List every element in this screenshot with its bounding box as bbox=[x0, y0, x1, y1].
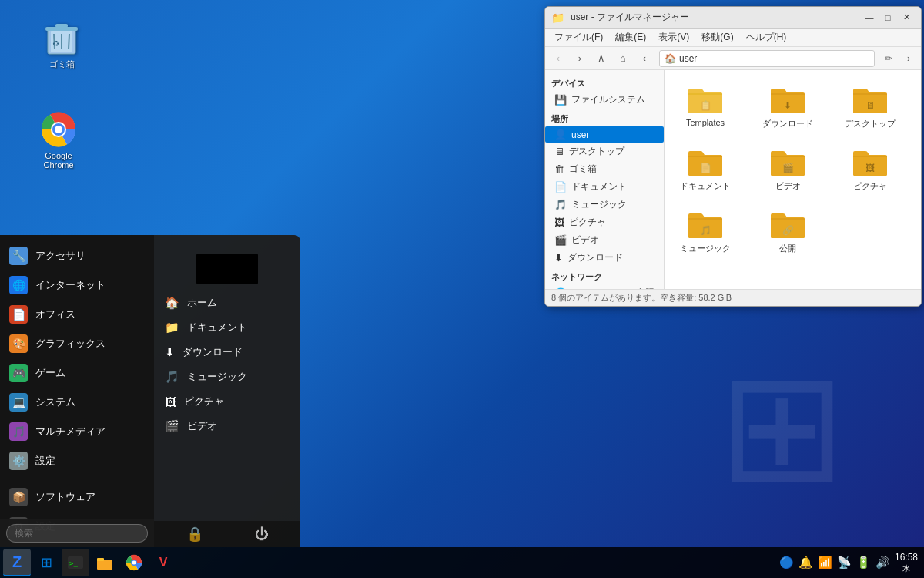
taskbar-volume-icon[interactable]: 🔊 bbox=[875, 556, 890, 570]
fm-item-documents[interactable]: 📄 ドキュメント bbox=[671, 139, 740, 198]
fm-titlebar[interactable]: 📁 user - ファイルマネージャー — □ ✕ bbox=[545, 7, 921, 29]
taskbar-network-icon[interactable]: 📡 bbox=[837, 556, 852, 570]
menu-view[interactable]: 表示(V) bbox=[652, 29, 695, 45]
taskbar-notification-icon[interactable]: 🔔 bbox=[798, 556, 813, 570]
user-avatar bbox=[196, 254, 258, 284]
start-right-videos[interactable]: 🎬ビデオ bbox=[154, 414, 300, 439]
menu-go[interactable]: 移動(G) bbox=[695, 29, 739, 45]
up-button[interactable]: ∧ bbox=[591, 49, 611, 68]
start-right-documents[interactable]: 📁ドキュメント bbox=[154, 315, 300, 340]
sidebar-downloads[interactable]: ⬇ダウンロード bbox=[545, 249, 664, 267]
start-app-graphics[interactable]: 🎨グラフィックス bbox=[0, 329, 154, 358]
chrome-taskbar-icon bbox=[126, 554, 142, 571]
close-button[interactable]: ✕ bbox=[898, 10, 915, 25]
taskbar-bluetooth-icon[interactable]: 📶 bbox=[818, 556, 832, 570]
svg-text:🖼: 🖼 bbox=[865, 163, 875, 173]
recycle-bin-icon[interactable]: ♻ ゴミ箱 bbox=[31, 15, 92, 73]
accessories-label: アクセサリ bbox=[35, 249, 85, 263]
chrome-desktop-icon[interactable]: Google Chrome bbox=[28, 108, 89, 173]
fm-item-downloads[interactable]: ⬇ ダウンロード bbox=[753, 76, 822, 136]
sidebar-user[interactable]: 👤user bbox=[545, 126, 664, 143]
taskbar-clock[interactable]: 16:58 水 bbox=[895, 551, 918, 575]
public-label: 公開 bbox=[779, 243, 796, 254]
sidebar-pictures[interactable]: 🖼ピクチャ bbox=[545, 213, 664, 231]
fm-item-music[interactable]: 🎵 ミュージック bbox=[671, 201, 740, 260]
address-edit-button[interactable]: ✏ bbox=[879, 49, 898, 68]
address-bar[interactable]: 🏠 user bbox=[659, 50, 875, 67]
minimize-button[interactable]: — bbox=[861, 10, 878, 25]
start-right-home[interactable]: 🏠ホーム bbox=[154, 291, 300, 315]
sidebar-videos[interactable]: 🎬ビデオ bbox=[545, 231, 664, 249]
chrome-taskbar-button[interactable] bbox=[120, 549, 148, 576]
software-icon: 📦 bbox=[9, 488, 28, 506]
start-bottom-software[interactable]: 📦ソフトウェア bbox=[0, 482, 154, 512]
start-apps-list: 🔧アクセサリ🌐インターネット📄オフィス🎨グラフィックス🎮ゲーム💻システム🎵マルチ… bbox=[0, 241, 154, 476]
zorin-menu-button[interactable]: Z bbox=[3, 549, 31, 576]
home-icon: 🏠 bbox=[165, 296, 179, 310]
taskbar-bittorrent-icon[interactable]: 🔵 bbox=[779, 556, 794, 570]
start-app-settings[interactable]: ⚙️設定 bbox=[0, 446, 154, 476]
file-manager-window: 📁 user - ファイルマネージャー — □ ✕ ファイル(F) 編集(E) … bbox=[544, 6, 922, 307]
sidebar-desktop[interactable]: 🖥デスクトップ bbox=[545, 143, 664, 160]
fm-statusbar: 8 個のアイテムがあります。空き容量: 58.2 GiB bbox=[545, 289, 921, 306]
start-divider bbox=[0, 479, 154, 479]
templates-folder-svg: 📋 bbox=[687, 82, 724, 115]
terminal-button[interactable]: >_ bbox=[62, 549, 89, 576]
lock-icon[interactable]: 🔒 bbox=[186, 526, 203, 543]
settings-label: 設定 bbox=[35, 454, 55, 468]
sidebar-filesystem[interactable]: 💾 ファイルシステム bbox=[545, 91, 664, 109]
start-right-downloads[interactable]: ⬇ダウンロード bbox=[154, 340, 300, 365]
start-app-internet[interactable]: 🌐インターネット bbox=[0, 271, 154, 300]
downloads-folder-icon: ⬇ bbox=[769, 82, 806, 115]
fm-item-pictures[interactable]: 🖼 ピクチャ bbox=[835, 139, 905, 198]
start-app-accessories[interactable]: 🔧アクセサリ bbox=[0, 241, 154, 271]
documents-folder-icon: 📄 bbox=[687, 145, 724, 177]
fm-body: デバイス 💾 ファイルシステム 場所 👤user🖥デスクトップ🗑ゴミ箱📄ドキュメ… bbox=[545, 70, 921, 289]
fm-window-buttons: — □ ✕ bbox=[861, 10, 915, 25]
power-icon[interactable]: ⏻ bbox=[255, 526, 269, 543]
sidebar-music[interactable]: 🎵ミュージック bbox=[545, 196, 664, 213]
start-app-system[interactable]: 💻システム bbox=[0, 388, 154, 417]
sidebar-trash[interactable]: 🗑ゴミ箱 bbox=[545, 160, 664, 178]
prev-button[interactable]: ‹ bbox=[634, 49, 654, 68]
fm-item-templates[interactable]: 📋 Templates bbox=[671, 76, 740, 136]
search-input[interactable] bbox=[6, 524, 148, 543]
videos-icon: 🎬 bbox=[165, 419, 179, 433]
public-folder-svg: 🔗 bbox=[769, 207, 806, 240]
places-section-label: 場所 bbox=[545, 109, 664, 126]
sidebar-documents[interactable]: 📄ドキュメント bbox=[545, 178, 664, 196]
start-app-multimedia[interactable]: 🎵マルチメディア bbox=[0, 417, 154, 446]
fm-item-public[interactable]: 🔗 公開 bbox=[753, 201, 822, 260]
menu-file[interactable]: ファイル(F) bbox=[548, 29, 609, 45]
start-app-office[interactable]: 📄オフィス bbox=[0, 300, 154, 329]
fm-item-desktop[interactable]: 🖥 デスクトップ bbox=[835, 76, 905, 136]
documents-label: ドキュメント bbox=[680, 180, 731, 192]
svg-text:🖥: 🖥 bbox=[865, 100, 875, 111]
files-button[interactable] bbox=[91, 549, 119, 576]
home-button[interactable]: ⌂ bbox=[613, 49, 633, 68]
address-go-button[interactable]: › bbox=[899, 49, 918, 68]
fm-item-videos[interactable]: 🎬 ビデオ bbox=[753, 139, 822, 198]
svg-rect-20 bbox=[97, 558, 104, 561]
taskbar-battery-icon[interactable]: 🔋 bbox=[856, 556, 871, 570]
recycle-bin-label: ゴミ箱 bbox=[49, 59, 75, 70]
maximize-button[interactable]: □ bbox=[879, 10, 896, 25]
back-button[interactable]: ‹ bbox=[548, 49, 568, 68]
windows-button[interactable]: ⊞ bbox=[32, 549, 60, 576]
forward-button[interactable]: › bbox=[570, 49, 590, 68]
vivaldi-button[interactable]: V bbox=[149, 549, 177, 576]
menu-help[interactable]: ヘルプ(H) bbox=[740, 29, 793, 45]
status-text: 8 個のアイテムがあります。空き容量: 58.2 GiB bbox=[551, 292, 732, 304]
windows-watermark: ⊞ bbox=[718, 337, 847, 516]
documents-icon: 📁 bbox=[165, 321, 179, 334]
start-right-music[interactable]: 🎵ミュージック bbox=[154, 365, 300, 389]
pictures-icon: 🖼 bbox=[165, 395, 176, 408]
start-right-pictures[interactable]: 🖼ピクチャ bbox=[154, 389, 300, 414]
downloads-label: ダウンロード bbox=[182, 345, 243, 359]
start-app-games[interactable]: 🎮ゲーム bbox=[0, 358, 154, 388]
taskbar: Z ⊞ >_ bbox=[0, 547, 924, 578]
pictures-label: ピクチャ bbox=[184, 395, 224, 408]
videos-label: ビデオ bbox=[187, 419, 217, 433]
videos-label: ビデオ bbox=[571, 234, 599, 247]
menu-edit[interactable]: 編集(E) bbox=[609, 29, 652, 45]
